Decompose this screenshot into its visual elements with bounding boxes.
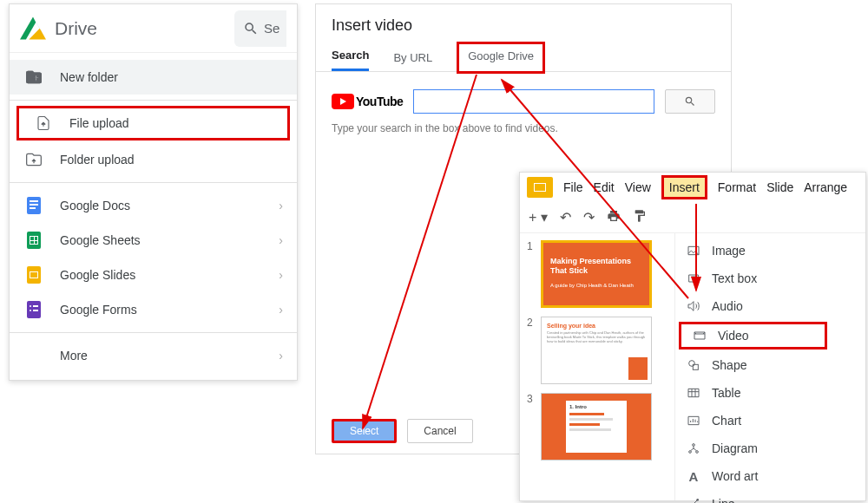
print-button[interactable] [607,209,621,226]
drive-panel: Drive Se New folder File upload Folder u… [9,3,298,381]
tab-by-url[interactable]: By URL [393,44,432,71]
divider [10,182,297,183]
insert-table[interactable]: Table [675,379,831,407]
menu-label: Folder upload [60,153,135,167]
menu-label: New folder [60,70,118,84]
menu-insert[interactable]: Insert [661,175,707,199]
menu-folder-upload[interactable]: Folder upload [10,142,297,177]
drive-header: Drive Se [10,4,297,53]
insert-textbox[interactable]: Text box [675,265,831,292]
menu-new-folder[interactable]: New folder [10,60,297,95]
slides-toolbar: + ▾ ↶ ↷ [520,202,865,233]
dialog-title: Insert video [316,4,731,42]
slides-icon [23,266,44,284]
docs-icon [23,197,44,214]
slides-logo-icon [527,177,553,198]
menu-google-sheets[interactable]: Google Sheets › [10,223,297,258]
youtube-search-row: YouTube [316,72,731,122]
search-placeholder: Se [264,21,279,36]
menu-label: File upload [69,116,129,130]
thumb-row[interactable]: 2 Selling your idea Created in partnersh… [527,317,667,384]
insert-line[interactable]: Line [675,490,831,503]
insert-video[interactable]: Video [679,322,827,349]
insert-diagram[interactable]: Diagram [675,434,831,462]
menu-label: Google Forms [60,303,137,317]
thumb-row[interactable]: 3 1. Intro [527,393,667,461]
wordart-icon: A [686,469,701,484]
menu-view[interactable]: View [625,180,651,194]
chevron-right-icon: › [279,233,283,247]
insert-dropdown-menu: Image Text box Audio Video Shape Table C… [674,233,831,500]
svg-point-3 [693,444,695,447]
slide-thumb-2[interactable]: Selling your idea Created in partnership… [541,317,652,384]
file-upload-icon [33,115,54,131]
svg-point-7 [696,499,699,501]
divider [10,100,297,101]
divider [10,332,297,333]
audio-icon [686,299,701,313]
table-icon [686,386,701,400]
search-icon [684,95,696,108]
cancel-button[interactable]: Cancel [407,419,472,443]
slides-panel: File Edit View Insert Format Slide Arran… [519,172,866,501]
video-icon [692,329,707,343]
line-icon [686,497,701,503]
menu-label: More [60,349,88,363]
menu-file-upload[interactable]: File upload [16,106,290,140]
forms-icon [23,301,44,318]
search-hint: Type your search in the box above to fin… [316,122,731,134]
undo-button[interactable]: ↶ [560,209,571,225]
youtube-logo-icon: YouTube [332,94,403,109]
slides-body: 1 Making Presentations That Stick A guid… [520,233,865,500]
chevron-right-icon: › [279,268,283,282]
textbox-icon [686,271,701,285]
diagram-icon [686,441,701,455]
slide-thumb-1[interactable]: Making Presentations That Stick A guide … [541,240,652,308]
slide-thumbnails: 1 Making Presentations That Stick A guid… [520,233,674,500]
menu-file[interactable]: File [563,180,583,194]
insert-audio[interactable]: Audio [675,292,831,320]
tab-search[interactable]: Search [332,42,369,71]
chevron-right-icon: › [279,303,283,317]
redo-button[interactable]: ↷ [583,209,595,225]
thumb-row[interactable]: 1 Making Presentations That Stick A guid… [527,240,667,308]
drive-title: Drive [55,18,234,39]
menu-arrange[interactable]: Arrange [804,180,847,194]
insert-image[interactable]: Image [675,237,831,265]
shape-icon [686,358,701,372]
new-slide-button[interactable]: + ▾ [529,209,548,225]
drive-logo-icon [20,16,46,41]
menu-google-docs[interactable]: Google Docs › [10,188,297,223]
drive-new-menu: New folder File upload Folder upload Goo… [10,53,297,380]
menu-more[interactable]: More › [10,338,297,373]
insert-wordart[interactable]: AWord art [675,462,831,490]
insert-shape[interactable]: Shape [675,351,831,379]
search-icon [243,21,259,36]
menu-label: Google Sheets [60,233,141,247]
svg-point-5 [696,451,699,454]
folder-upload-icon [23,151,44,168]
dialog-tabs: Search By URL Google Drive [316,42,731,72]
paint-format-button[interactable] [633,209,647,226]
chart-icon [686,414,701,428]
youtube-search-button[interactable] [665,89,715,114]
menu-edit[interactable]: Edit [594,180,615,194]
folder-plus-icon [23,69,44,86]
select-button[interactable]: Select [332,419,397,443]
chevron-right-icon: › [279,199,283,212]
drive-search-box[interactable]: Se [234,10,286,47]
slide-thumb-3[interactable]: 1. Intro [541,393,652,461]
menu-format[interactable]: Format [718,180,756,194]
insert-chart[interactable]: Chart [675,407,831,434]
slides-menubar: File Edit View Insert Format Slide Arran… [520,173,865,202]
svg-point-4 [689,451,692,454]
menu-google-forms[interactable]: Google Forms › [10,292,297,327]
chevron-right-icon: › [279,349,283,363]
menu-google-slides[interactable]: Google Slides › [10,258,297,292]
youtube-search-input[interactable] [413,89,654,114]
svg-point-1 [689,361,695,367]
tab-google-drive[interactable]: Google Drive [457,42,545,74]
menu-label: Google Slides [60,268,135,282]
image-icon [686,244,701,258]
menu-slide[interactable]: Slide [766,180,793,194]
